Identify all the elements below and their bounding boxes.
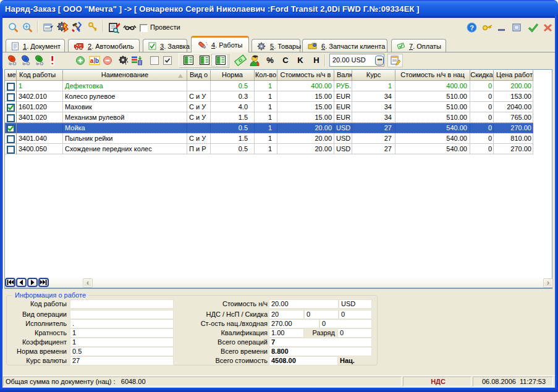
svg-text:b: b <box>95 57 99 64</box>
svg-text:?: ? <box>470 24 474 31</box>
svg-text:a: a <box>90 57 94 64</box>
